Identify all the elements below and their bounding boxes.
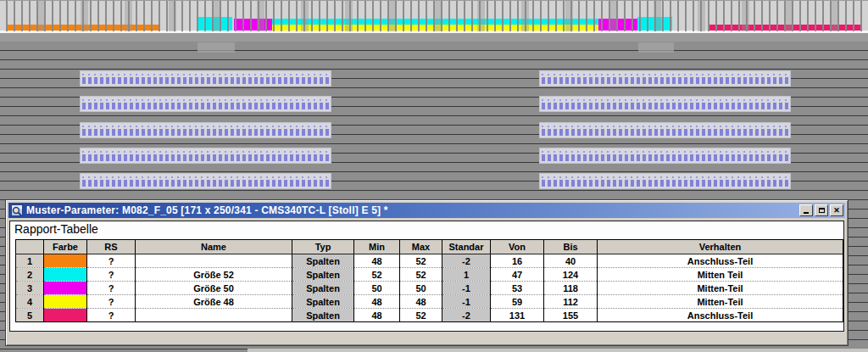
stitch-row-block[interactable]: [81, 97, 331, 111]
col-header-Max: Max: [400, 240, 442, 254]
pattern-overview-ribbon[interactable]: [0, 0, 868, 31]
verhalten-cell[interactable]: Mitten Teil: [598, 268, 843, 282]
ghost-column-right: [638, 42, 674, 53]
bis-cell[interactable]: 112: [544, 295, 598, 309]
typ-cell[interactable]: Spalten: [292, 268, 354, 282]
verhalten-cell[interactable]: Anschluss-Teil: [598, 254, 843, 268]
minimize-icon: [804, 212, 809, 214]
horizontal-scrollbar[interactable]: [248, 348, 868, 352]
name-cell[interactable]: Größe 50: [136, 282, 292, 295]
max-cell[interactable]: 52: [400, 309, 442, 322]
col-header-Bis: Bis: [544, 240, 598, 254]
standard-cell[interactable]: 1: [442, 268, 491, 282]
col-header-Farbe: Farbe: [44, 240, 87, 254]
table-row: 5?Spalten4852-2131155Anschluss-Teil: [16, 309, 843, 322]
standard-cell[interactable]: -1: [442, 282, 491, 295]
row-number[interactable]: 1: [16, 254, 44, 268]
stitch-row-block[interactable]: [540, 123, 790, 137]
color-swatch[interactable]: [44, 254, 87, 268]
typ-cell[interactable]: Spalten: [292, 282, 354, 295]
typ-cell[interactable]: Spalten: [292, 295, 354, 309]
maximize-icon: [819, 208, 825, 213]
muster-parameter-window: Muster-Parameter: M082_F_05 [171 x 250/3…: [5, 199, 849, 346]
table-row: 2?Größe 52Spalten5252147124Mitten Teil: [16, 268, 843, 282]
color-swatch[interactable]: [44, 309, 87, 322]
max-cell[interactable]: 50: [400, 282, 442, 295]
col-header-Von: Von: [491, 240, 544, 254]
col-header-RS: RS: [87, 240, 136, 254]
window-titlebar[interactable]: Muster-Parameter: M082_F_05 [171 x 250/3…: [8, 203, 845, 218]
row-number[interactable]: 3: [16, 282, 44, 295]
von-cell[interactable]: 53: [491, 282, 544, 295]
standard-cell[interactable]: -1: [442, 295, 491, 309]
section-title: Rapport-Tabelle: [14, 222, 98, 236]
verhalten-cell[interactable]: Mitten-Teil: [598, 282, 843, 295]
min-cell[interactable]: 48: [354, 309, 400, 322]
needle-bars-overlay: [0, 1, 868, 31]
stitch-row-block[interactable]: [540, 71, 790, 86]
stitch-row-block[interactable]: [81, 174, 331, 188]
bis-cell[interactable]: 124: [544, 268, 598, 282]
table-header-row: FarbeRSNameTypMinMaxStandarVonBisVerhalt…: [16, 240, 843, 254]
von-cell[interactable]: 47: [491, 268, 544, 282]
close-icon: ✕: [833, 207, 840, 215]
verhalten-cell[interactable]: Mitten-Teil: [598, 295, 843, 309]
color-swatch[interactable]: [44, 268, 87, 282]
color-swatch[interactable]: [44, 282, 87, 295]
stitch-row-block[interactable]: [81, 123, 331, 137]
table-row: 1?Spalten4852-21640Anschluss-Teil: [16, 254, 843, 268]
window-icon: [11, 204, 23, 216]
row-number[interactable]: 5: [16, 309, 44, 322]
rapport-table: FarbeRSNameTypMinMaxStandarVonBisVerhalt…: [15, 239, 843, 322]
min-cell[interactable]: 50: [354, 282, 400, 295]
name-cell[interactable]: [136, 309, 292, 322]
m1-pattern-editor-screen: Muster-Parameter: M082_F_05 [171 x 250/3…: [0, 0, 868, 352]
bis-cell[interactable]: 40: [544, 254, 598, 268]
standard-cell[interactable]: -2: [442, 309, 491, 322]
col-header-Name: Name: [136, 240, 292, 254]
ghost-column-left: [198, 42, 235, 53]
stitch-row-block[interactable]: [540, 97, 790, 111]
rs-cell[interactable]: ?: [87, 309, 136, 322]
col-header-Standar: Standar: [442, 240, 491, 254]
min-cell[interactable]: 48: [354, 254, 400, 268]
max-cell[interactable]: 52: [400, 254, 442, 268]
name-cell[interactable]: [136, 254, 292, 268]
von-cell[interactable]: 16: [491, 254, 544, 268]
typ-cell[interactable]: Spalten: [292, 254, 354, 268]
name-cell[interactable]: Größe 48: [136, 295, 292, 309]
stitch-row-block[interactable]: [81, 71, 331, 86]
min-cell[interactable]: 48: [354, 295, 400, 309]
rapport-view: Rapport-Tabelle FarbeRSNameTypMinMaxStan…: [9, 221, 844, 332]
standard-cell[interactable]: -2: [442, 254, 491, 268]
minimize-button[interactable]: [799, 204, 813, 216]
col-header-Verhalten: Verhalten: [598, 240, 843, 254]
bis-cell[interactable]: 118: [544, 282, 598, 295]
row-number[interactable]: 4: [16, 295, 44, 309]
color-swatch[interactable]: [44, 295, 87, 309]
table-row: 4?Größe 48Spalten4848-159112Mitten-Teil: [16, 295, 843, 309]
stitch-row-block[interactable]: [540, 148, 790, 163]
typ-cell[interactable]: Spalten: [292, 309, 354, 322]
col-header-Typ: Typ: [292, 240, 354, 254]
maximize-button[interactable]: [815, 204, 828, 216]
rs-cell[interactable]: ?: [87, 254, 136, 268]
min-cell[interactable]: 52: [354, 268, 400, 282]
row-number[interactable]: 2: [16, 268, 44, 282]
von-cell[interactable]: 131: [491, 309, 544, 322]
rs-cell[interactable]: ?: [87, 282, 136, 295]
rs-cell[interactable]: ?: [87, 295, 136, 309]
name-cell[interactable]: Größe 52: [136, 268, 292, 282]
col-header-nr: [16, 240, 44, 254]
close-button[interactable]: ✕: [830, 204, 843, 216]
max-cell[interactable]: 48: [400, 295, 442, 309]
max-cell[interactable]: 52: [400, 268, 442, 282]
verhalten-cell[interactable]: Anschluss-Teil: [598, 309, 843, 322]
bis-cell[interactable]: 155: [544, 309, 598, 322]
stitch-row-block[interactable]: [540, 174, 790, 188]
von-cell[interactable]: 59: [491, 295, 544, 309]
table-row: 3?Größe 50Spalten5050-153118Mitten-Teil: [16, 282, 843, 295]
window-title: Muster-Parameter: M082_F_05 [171 x 250/3…: [26, 204, 798, 216]
stitch-row-block[interactable]: [81, 148, 331, 163]
rs-cell[interactable]: ?: [87, 268, 136, 282]
